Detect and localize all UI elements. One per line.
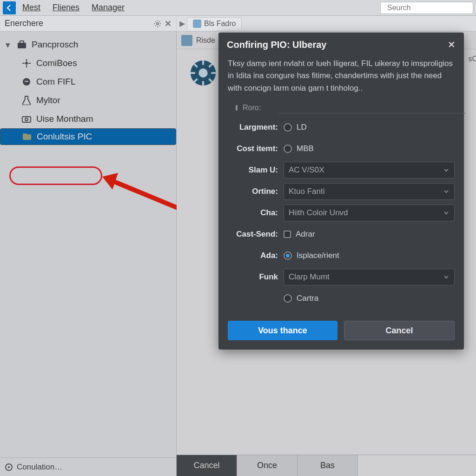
svg-rect-7	[22, 117, 31, 122]
menu-manager[interactable]: Manager	[86, 1, 130, 14]
label-largment: Largment:	[228, 123, 284, 132]
tree-label: Myltor	[36, 95, 60, 106]
chevron-down-icon	[443, 167, 450, 173]
dialog-section-label: Roro:	[218, 101, 464, 112]
tree-label: Conlultsis PIC	[37, 132, 92, 142]
tab-label: Bls Fadro	[204, 20, 236, 28]
project-sidebar: ▾ Pancprosch ComiBoes Com FIFL Myltor Ui…	[0, 32, 177, 476]
label-funk: Funk	[228, 272, 284, 282]
close-icon[interactable]: ✕	[448, 39, 456, 50]
corner-text: sCL	[469, 55, 476, 63]
select-ortine[interactable]: Ktuo Fanti	[284, 183, 455, 200]
svg-rect-3	[20, 41, 24, 43]
tree-item-uise[interactable]: Uise Montham	[0, 110, 176, 128]
flask-icon	[21, 95, 32, 106]
config-dialog: Confiring PIO: Ulberay ✕ Tksy damp ient …	[218, 33, 464, 350]
top-menubar: Mest Flienes Manager	[0, 0, 476, 16]
tab-bls-fadro[interactable]: Bls Fadro	[187, 17, 242, 30]
database-icon	[193, 20, 201, 28]
value-cartra: Cartra	[297, 294, 318, 303]
value-cost: MBB	[297, 144, 314, 153]
expand-icon[interactable]: ▾	[6, 40, 12, 50]
briefcase-icon	[17, 40, 27, 50]
tree-item-pancprosch[interactable]: ▾ Pancprosch	[0, 35, 176, 54]
sidebar-title: Enerchere	[5, 19, 43, 28]
tab-chevron-icon[interactable]: ▶	[179, 19, 185, 28]
label-cost: Cost itemt:	[228, 144, 284, 153]
checkbox-cast[interactable]	[284, 231, 291, 238]
chevron-down-icon	[443, 274, 450, 280]
breadcrumb-label: Risde	[196, 36, 215, 45]
svg-point-12	[198, 68, 207, 77]
camera-icon	[21, 114, 32, 124]
svg-point-4	[25, 62, 28, 65]
back-button[interactable]	[3, 1, 16, 14]
tree-item-comiboes[interactable]: ComiBoes	[0, 54, 176, 73]
label-cast: Cast-Send:	[228, 230, 284, 239]
value-cast: Adrar	[296, 230, 315, 239]
footer-label: Conulation…	[17, 463, 62, 472]
once-button[interactable]: Once	[237, 455, 298, 476]
target-icon	[5, 463, 13, 471]
svg-rect-13	[236, 105, 238, 111]
settings-gear-icon	[189, 59, 218, 87]
cancel-dialog-button[interactable]: Cancel	[344, 321, 455, 340]
svg-point-1	[157, 22, 159, 25]
info-icon	[233, 105, 240, 111]
sidebar-header: Enerchere ✕	[0, 16, 177, 31]
select-cha[interactable]: Hiith Coloir Unvd	[284, 205, 455, 221]
tree-label: Com FIFL	[36, 77, 75, 87]
value-ada: Isplace/rient	[297, 251, 339, 260]
label-ada: Ada:	[228, 251, 284, 260]
bas-button[interactable]: Bas	[298, 455, 358, 476]
gear-icon[interactable]	[153, 20, 162, 28]
project-tree: ▾ Pancprosch ComiBoes Com FIFL Myltor Ui…	[0, 32, 176, 457]
arrow-left-icon	[6, 4, 13, 12]
label-ortine: Ortine:	[228, 187, 284, 196]
svg-point-10	[8, 466, 10, 468]
editor-tabbar: ▶ Bls Fadro	[177, 16, 476, 31]
dialog-description: Tksy damp ient nvlaht or lueh Iligerat, …	[218, 55, 464, 101]
tree-item-comfifl[interactable]: Com FIFL	[0, 73, 176, 91]
value-largment: LD	[297, 123, 307, 132]
sidebar-footer[interactable]: Conulation…	[0, 457, 176, 476]
chat-icon	[21, 77, 32, 87]
sub-toolbar: Enerchere ✕ ▶ Bls Fadro	[0, 16, 476, 32]
select-funk[interactable]: Clarp Mumt	[284, 269, 455, 285]
close-panel-icon[interactable]: ✕	[165, 19, 172, 29]
chevron-down-icon	[443, 210, 450, 216]
tree-item-conlultsis[interactable]: Conlultsis PIC	[0, 128, 176, 145]
database-icon	[181, 35, 192, 46]
radio-cost[interactable]	[284, 145, 292, 153]
menu-mest[interactable]: Mest	[17, 1, 46, 14]
bottom-button-bar: Cancel Once Bas	[177, 455, 476, 476]
label-cha: Cha:	[228, 208, 284, 218]
radio-ada[interactable]	[284, 251, 292, 260]
menu-flienes[interactable]: Flienes	[47, 1, 85, 14]
tree-label: Uise Montham	[36, 114, 93, 124]
radio-largment[interactable]	[284, 123, 292, 132]
cancel-button[interactable]: Cancel	[177, 455, 237, 476]
label-slam: Slam U:	[228, 165, 284, 175]
search-input[interactable]	[387, 4, 476, 12]
tree-item-myltor[interactable]: Myltor	[0, 91, 176, 110]
svg-point-8	[25, 118, 28, 121]
svg-rect-6	[25, 81, 28, 82]
confirm-button[interactable]: Vous thance	[228, 321, 337, 340]
chevron-down-icon	[443, 188, 450, 195]
select-slam[interactable]: AC V/S0X	[284, 162, 455, 178]
search-box[interactable]	[380, 2, 473, 14]
arrows-icon	[21, 58, 32, 68]
folder-icon	[22, 132, 32, 142]
tree-label: Pancprosch	[32, 40, 78, 50]
radio-cartra[interactable]	[284, 294, 292, 303]
dialog-form: Largment: LD Cost itemt: MBB Slam U: AC …	[218, 118, 464, 312]
dialog-title: Confiring PIO: Ulberay	[227, 40, 448, 50]
tree-label: ComiBoes	[36, 58, 77, 68]
